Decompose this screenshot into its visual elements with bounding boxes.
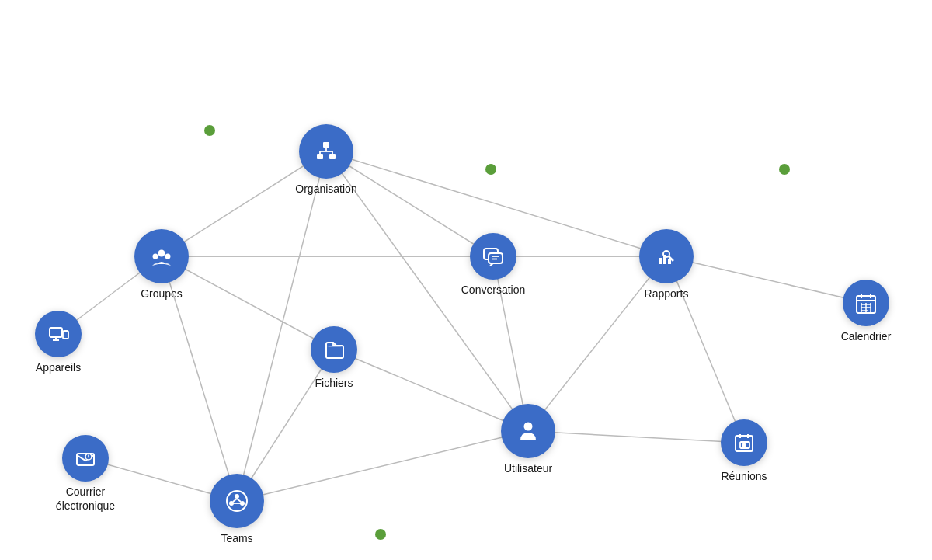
svg-point-71 xyxy=(524,423,533,431)
svg-line-7 xyxy=(162,256,334,350)
svg-line-15 xyxy=(528,256,666,431)
svg-line-11 xyxy=(237,431,528,501)
svg-text:Rapports: Rapports xyxy=(645,287,689,300)
svg-text:électronique: électronique xyxy=(56,499,115,512)
svg-point-34 xyxy=(158,250,165,257)
svg-point-53 xyxy=(210,474,264,528)
svg-line-16 xyxy=(528,431,744,443)
graph-svg: Organisation Groupes Appareils xyxy=(0,62,932,560)
svg-point-62 xyxy=(311,326,357,373)
svg-point-35 xyxy=(153,254,158,259)
svg-rect-66 xyxy=(489,253,503,263)
svg-point-23 xyxy=(375,529,386,540)
svg-line-3 xyxy=(237,151,326,501)
svg-text:Calendrier: Calendrier xyxy=(841,330,892,343)
svg-text:Courrier: Courrier xyxy=(66,485,106,498)
svg-rect-27 xyxy=(329,154,336,159)
svg-text:Réunions: Réunions xyxy=(721,470,767,482)
svg-point-77 xyxy=(721,419,767,466)
svg-point-70 xyxy=(501,404,555,458)
svg-point-80 xyxy=(742,443,746,447)
svg-point-55 xyxy=(235,494,239,499)
svg-point-22 xyxy=(779,164,790,175)
svg-line-18 xyxy=(666,256,744,443)
svg-point-20 xyxy=(204,125,215,136)
svg-line-1 xyxy=(326,151,493,256)
svg-text:Utilisateur: Utilisateur xyxy=(504,462,553,475)
svg-point-21 xyxy=(485,164,496,175)
svg-rect-25 xyxy=(323,142,329,148)
svg-text:Teams: Teams xyxy=(221,532,252,544)
svg-point-36 xyxy=(165,254,171,259)
page-title xyxy=(0,0,932,14)
svg-text:Organisation: Organisation xyxy=(295,183,356,195)
svg-text:Fichiers: Fichiers xyxy=(315,377,353,389)
svg-point-38 xyxy=(35,311,82,357)
svg-line-0 xyxy=(162,151,326,256)
svg-text:Groupes: Groupes xyxy=(141,287,183,300)
svg-text:Conversation: Conversation xyxy=(461,283,526,296)
svg-line-17 xyxy=(666,256,866,303)
graph-container: Organisation Groupes Appareils xyxy=(0,62,932,560)
svg-text:Appareils: Appareils xyxy=(36,361,81,374)
svg-point-50 xyxy=(88,457,89,457)
svg-rect-26 xyxy=(317,154,323,159)
